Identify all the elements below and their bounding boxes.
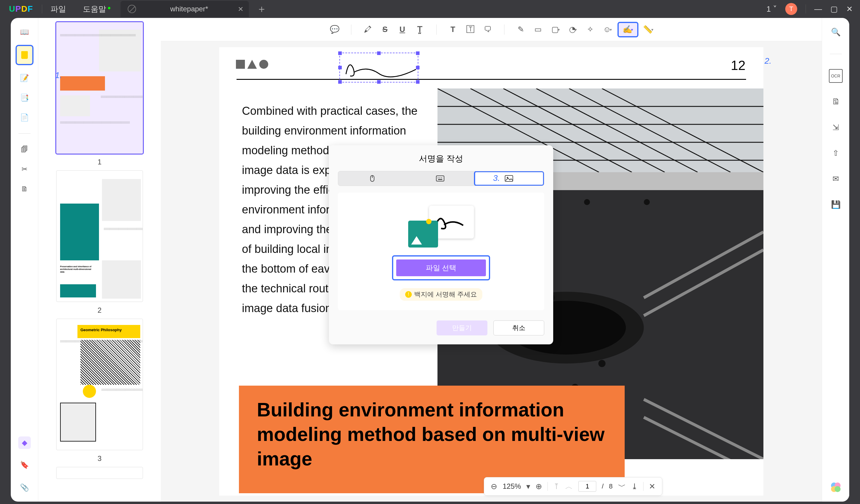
page-tools-button[interactable]: 🗐 bbox=[18, 143, 31, 156]
thumbnail-page-3[interactable]: Geometric Philosophy ▒▒▒▒▒▒▒▒▒▒▒▒▒▒▒▒▒▒▒… bbox=[56, 319, 143, 450]
keyboard-icon bbox=[436, 175, 444, 182]
sig-mode-mouse[interactable] bbox=[338, 171, 406, 186]
user-count[interactable]: 1 ˅ bbox=[766, 4, 777, 14]
first-page-button[interactable]: ⤒ bbox=[553, 482, 560, 491]
sig-mode-keyboard[interactable] bbox=[406, 171, 474, 186]
image-icon bbox=[505, 175, 513, 182]
highlighter-icon bbox=[21, 51, 28, 59]
file-select-button[interactable]: 파일 선택 bbox=[396, 259, 486, 276]
signature-dialog: 서명을 작성 3. 파일 선택 ! bbox=[329, 145, 553, 344]
zoom-value[interactable]: 125% bbox=[503, 482, 521, 491]
left-toolstrip: 📖 📝 📑 📄 🗐 ✂ 🗎 ◆ 🔖 📎 bbox=[11, 18, 38, 502]
window-minimize-icon[interactable]: — bbox=[814, 4, 822, 14]
form-mode-button[interactable]: 📄 bbox=[18, 111, 31, 124]
export-button[interactable]: ⇲ bbox=[829, 120, 843, 134]
shape-button[interactable]: ▢▾ bbox=[548, 22, 563, 37]
text-button[interactable]: T bbox=[446, 22, 460, 37]
next-page-button[interactable]: ﹀ bbox=[618, 481, 626, 492]
callout-1: 1. bbox=[55, 71, 62, 80]
zoom-in-button[interactable]: ⊕ bbox=[535, 482, 542, 491]
thumb-label-2: 2 bbox=[98, 306, 101, 315]
new-tab-button[interactable]: ＋ bbox=[257, 2, 267, 16]
svg-point-34 bbox=[438, 177, 439, 178]
ocr-button[interactable]: OCR bbox=[829, 69, 843, 83]
svg-point-30 bbox=[835, 486, 841, 492]
tab-close-icon[interactable]: × bbox=[238, 4, 243, 14]
compress-button[interactable]: 🖻 bbox=[829, 95, 843, 109]
create-button[interactable]: 만들기 bbox=[436, 320, 487, 335]
svg-point-36 bbox=[441, 177, 442, 178]
sticker-button[interactable]: ☺▾ bbox=[600, 22, 615, 37]
page-total: 8 bbox=[609, 483, 613, 490]
redact-button[interactable]: 🗎 bbox=[18, 182, 31, 196]
squiggly-button[interactable]: T̰ bbox=[412, 22, 427, 37]
eraser-button[interactable]: ▭ bbox=[531, 22, 546, 37]
last-page-button[interactable]: ⤓ bbox=[631, 482, 638, 491]
svg-point-35 bbox=[439, 177, 440, 178]
annotation-toolbar: 💬 🖍 S U T̰ T 🅃 🗨 ✎ ▭ ▢▾ ◔▾ ✧ bbox=[161, 18, 822, 41]
thumbnail-page-4[interactable] bbox=[56, 467, 143, 479]
underline-button[interactable]: U bbox=[395, 22, 410, 37]
search-button[interactable]: 🔍 bbox=[829, 25, 843, 39]
page-header-shapes bbox=[236, 60, 268, 69]
signature-mode-tabs bbox=[338, 171, 544, 186]
page-navbar: ⊖ 125% ▾ ⊕ ⤒ ︿ / 8 ﹀ ⤓ ✕ bbox=[484, 477, 662, 495]
right-toolstrip: 🔍 OCR 🖻 ⇲ ⇧ ✉ 💾 bbox=[822, 18, 849, 502]
layers-icon[interactable]: ◆ bbox=[18, 436, 31, 449]
pin-button[interactable]: ✧ bbox=[583, 22, 598, 37]
signature-tip: ! 백지에 서명해 주세요 bbox=[400, 288, 482, 301]
zoom-out-button[interactable]: ⊖ bbox=[491, 482, 497, 491]
user-avatar[interactable]: T bbox=[785, 3, 797, 15]
cancel-button[interactable]: 취소 bbox=[493, 320, 544, 335]
attachment-icon[interactable]: 📎 bbox=[18, 481, 31, 494]
thumb-label-1: 1 bbox=[98, 158, 101, 166]
tab-title: whitepaper* bbox=[170, 5, 208, 13]
thumbnail-page-1[interactable]: ▒▒▒▒▒▒▒▒▒▒▒▒▒▒▒▒▒▒▒▒▒▒▒▒▒▒▒▒▒▒▒▒▒▒▒▒▒▒▒▒… bbox=[56, 22, 143, 154]
stamp-button[interactable]: ◔▾ bbox=[565, 22, 580, 37]
window-close-icon[interactable]: ✕ bbox=[846, 4, 853, 14]
info-icon: ! bbox=[405, 291, 412, 298]
crop-button[interactable]: ✂ bbox=[18, 162, 31, 176]
page-sep: / bbox=[602, 483, 603, 490]
thumbnail-page-2[interactable]: Preservation and inheritance of architec… bbox=[56, 170, 143, 302]
sig-mode-image[interactable] bbox=[474, 171, 544, 186]
comment-mode-button[interactable] bbox=[16, 45, 33, 65]
share-button[interactable]: ⇧ bbox=[829, 146, 843, 160]
measure-button[interactable]: 📏▾ bbox=[641, 22, 656, 37]
window-maximize-icon[interactable]: ▢ bbox=[830, 4, 838, 14]
page-number: 12 bbox=[731, 58, 745, 73]
svg-rect-33 bbox=[436, 176, 444, 181]
document-tab[interactable]: whitepaper* × bbox=[120, 1, 248, 17]
signature-button[interactable]: ✍▾ bbox=[617, 22, 639, 38]
menu-help[interactable]: 도움말 bbox=[74, 4, 115, 14]
callout-button[interactable]: 🗨 bbox=[480, 22, 495, 37]
organize-mode-button[interactable]: 📑 bbox=[18, 91, 31, 105]
svg-point-21 bbox=[584, 199, 590, 205]
save-button[interactable]: 💾 bbox=[829, 198, 843, 211]
file-select-highlight: 파일 선택 bbox=[392, 255, 490, 280]
edit-mode-button[interactable]: 📝 bbox=[18, 71, 31, 85]
page-input[interactable] bbox=[578, 481, 596, 492]
textbox-button[interactable]: 🅃 bbox=[463, 22, 478, 37]
svg-rect-38 bbox=[505, 175, 513, 182]
prev-page-button[interactable]: ︿ bbox=[565, 481, 573, 492]
highlight-button[interactable]: 🖍 bbox=[360, 22, 375, 37]
callout-3: 3. bbox=[493, 173, 500, 183]
email-button[interactable]: ✉ bbox=[829, 172, 843, 186]
signature-image-panel: 파일 선택 ! 백지에 서명해 주세요 bbox=[338, 192, 544, 310]
signature-image bbox=[343, 56, 416, 80]
comment-button[interactable]: 💬 bbox=[327, 22, 342, 37]
ai-assistant-icon[interactable] bbox=[830, 482, 841, 493]
close-navbar-button[interactable]: ✕ bbox=[649, 482, 656, 491]
signature-selection[interactable] bbox=[340, 53, 418, 83]
dialog-title: 서명을 작성 bbox=[338, 153, 544, 164]
bookmark-icon[interactable]: 🔖 bbox=[18, 458, 31, 472]
main-frame: 📖 📝 📑 📄 🗐 ✂ 🗎 ◆ 🔖 📎 ▒▒▒▒▒▒▒▒▒▒▒▒▒▒▒▒▒▒▒▒… bbox=[11, 18, 849, 502]
reader-mode-button[interactable]: 📖 bbox=[18, 25, 31, 39]
thumbnail-panel[interactable]: ▒▒▒▒▒▒▒▒▒▒▒▒▒▒▒▒▒▒▒▒▒▒▒▒▒▒▒▒▒▒▒▒▒▒▒▒▒▒▒▒… bbox=[38, 18, 161, 502]
svg-point-25 bbox=[598, 360, 605, 367]
menu-file[interactable]: 파일 bbox=[42, 4, 74, 14]
zoom-dropdown[interactable]: ▾ bbox=[526, 482, 530, 491]
pencil-button[interactable]: ✎ bbox=[513, 22, 528, 37]
strikethrough-button[interactable]: S bbox=[378, 22, 392, 37]
